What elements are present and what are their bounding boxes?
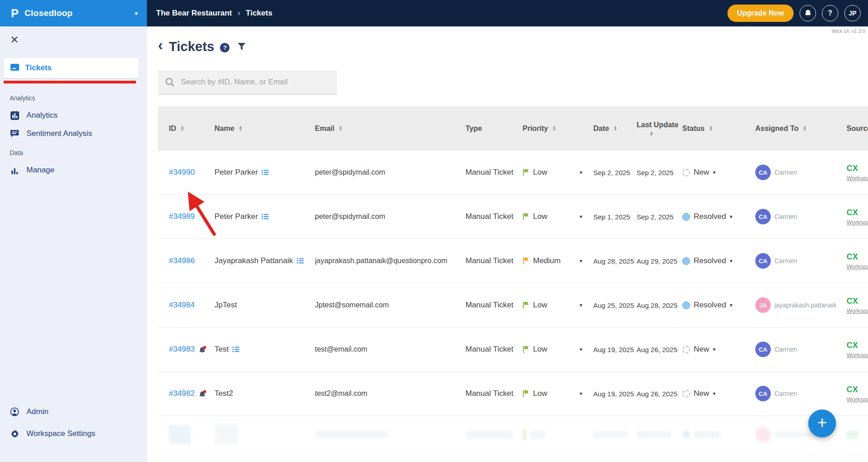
priority-dropdown-caret-icon[interactable]: ▾ <box>580 390 582 397</box>
ticket-email: Jptest@somemail.com <box>315 301 389 309</box>
breadcrumb-workspace[interactable]: The Bear Restaurant <box>156 9 232 18</box>
sidebar-item-analytics[interactable]: Analytics <box>10 111 147 120</box>
sort-arrows-icon[interactable]: ▲▼ <box>649 131 654 136</box>
column-header[interactable]: Status ▲▼ <box>682 125 755 133</box>
status-dot-icon <box>682 346 690 353</box>
notifications-button[interactable] <box>800 5 816 21</box>
status-dropdown-caret-icon[interactable]: ▾ <box>713 346 716 353</box>
sidebar-item-label: Tickets <box>25 63 52 73</box>
source-workspace-link[interactable]: Workspace <box>847 263 868 270</box>
ticket-email: peter@spidymail.com <box>315 213 385 221</box>
table-row-faded <box>158 416 868 453</box>
table-row[interactable]: #34986 Jayaprakash Pattanaik jayaprakash… <box>158 239 868 283</box>
upgrade-now-button[interactable]: Upgrade Now <box>727 5 794 22</box>
status-dot-icon <box>682 257 690 265</box>
column-header[interactable]: ID ▲▼ <box>169 125 214 133</box>
bell-icon <box>804 9 812 17</box>
ticket-id-link[interactable]: #34983 <box>169 345 195 354</box>
priority-dropdown-caret-icon[interactable]: ▾ <box>580 169 582 176</box>
ticket-last-update: Aug 29, 2025 <box>637 257 677 265</box>
details-list-icon[interactable] <box>232 346 240 353</box>
ticket-id-link[interactable]: #34986 <box>169 256 195 265</box>
priority-flag-icon <box>523 389 529 398</box>
sort-arrows-icon[interactable]: ▲▼ <box>552 126 556 131</box>
source-workspace-link[interactable]: Workspace <box>847 396 868 403</box>
sidebar-item-workspace-settings[interactable]: Workspace Settings <box>10 429 147 438</box>
column-header[interactable]: Email ▲▼ <box>315 125 465 133</box>
filter-funnel-icon[interactable] <box>237 42 246 52</box>
sidebar-item-admin[interactable]: Admin <box>10 407 147 416</box>
sidebar-item-tickets[interactable]: Tickets <box>4 58 139 78</box>
question-icon: ? <box>828 9 832 17</box>
priority-label: Low <box>533 168 547 177</box>
notification-bell-icon <box>199 390 207 398</box>
source-cx-label: CX <box>847 341 858 350</box>
source-workspace-link[interactable]: Workspace <box>847 307 868 314</box>
assignee-avatar: CA <box>755 165 771 180</box>
details-list-icon[interactable] <box>261 169 269 176</box>
column-header[interactable]: Source <box>847 125 868 133</box>
status-label: Resolved <box>694 256 726 265</box>
status-dropdown-caret-icon[interactable]: ▾ <box>730 258 732 264</box>
add-ticket-button[interactable]: + <box>808 410 836 437</box>
person-icon <box>10 407 20 416</box>
priority-flag-icon <box>523 168 529 176</box>
column-header[interactable]: Assigned To ▲▼ <box>755 125 847 133</box>
sort-arrows-icon[interactable]: ▲▼ <box>239 126 243 131</box>
help-button[interactable]: ? <box>822 5 838 21</box>
assignee-name: Carmen <box>774 346 797 353</box>
breadcrumb-tickets[interactable]: Tickets <box>246 9 272 18</box>
status-dropdown-caret-icon[interactable]: ▾ <box>730 213 732 220</box>
page-help-icon[interactable]: ? <box>220 43 230 52</box>
status-dropdown-caret-icon[interactable]: ▾ <box>713 390 716 397</box>
column-header[interactable]: Name ▲▼ <box>214 125 315 133</box>
ticket-id-link[interactable]: #34982 <box>169 389 195 398</box>
ticket-last-update: Aug 26, 2025 <box>637 390 677 398</box>
source-workspace-link[interactable]: Workspace <box>847 352 868 358</box>
priority-dropdown-caret-icon[interactable]: ▾ <box>580 258 582 264</box>
table-row[interactable]: #34983 Test test@email.com Manual Ticket… <box>158 327 868 372</box>
source-workspace-link[interactable]: Workspace <box>847 175 868 182</box>
column-header[interactable]: Date ▲▼ <box>593 125 637 133</box>
user-avatar[interactable]: JP <box>844 5 861 21</box>
status-dropdown-caret-icon[interactable]: ▾ <box>713 169 716 176</box>
table-row[interactable]: #34982 Test2 test2@mail.com Manual Ticke… <box>158 372 868 416</box>
sort-arrows-icon[interactable]: ▲▼ <box>709 126 713 131</box>
ticket-last-update: Sep 2, 2025 <box>637 213 674 221</box>
ticket-date: Sep 1, 2025 <box>593 213 630 221</box>
ticket-id-link[interactable]: #34984 <box>169 301 195 310</box>
search-box <box>158 70 337 94</box>
source-workspace-link[interactable]: Workspace <box>847 219 868 226</box>
status-dropdown-caret-icon[interactable]: ▾ <box>730 302 732 308</box>
sidebar-item-manage[interactable]: Manage <box>10 166 147 175</box>
ticket-last-update: Sep 2, 2025 <box>637 169 674 176</box>
ticket-id-link[interactable]: #34990 <box>169 168 195 177</box>
column-header[interactable]: Type <box>465 125 523 133</box>
ticket-type: Manual Ticket <box>465 301 513 310</box>
details-list-icon[interactable] <box>297 258 304 264</box>
sort-arrows-icon[interactable]: ▲▼ <box>613 126 617 131</box>
gear-icon <box>10 430 20 438</box>
details-list-icon[interactable] <box>261 213 269 220</box>
column-header[interactable]: Last Update ▲▼ <box>637 121 682 136</box>
sort-arrows-icon[interactable]: ▲▼ <box>339 126 343 131</box>
sidebar-item-sentiment-analysis[interactable]: Sentiment Analysis <box>10 129 147 138</box>
sidebar-close-icon[interactable]: ✕ <box>10 34 22 46</box>
sort-arrows-icon[interactable]: ▲▼ <box>803 126 807 131</box>
search-input[interactable] <box>158 70 337 94</box>
sort-arrows-icon[interactable]: ▲▼ <box>180 126 184 131</box>
ticket-name: Test2 <box>214 389 233 398</box>
sidebar-section-data: Data <box>10 149 147 156</box>
ticket-id-link[interactable]: #34989 <box>169 212 195 221</box>
column-header[interactable]: Priority ▲▼ <box>523 125 593 133</box>
priority-dropdown-caret-icon[interactable]: ▾ <box>580 346 582 353</box>
table-row[interactable]: #34989 Peter Parker peter@spidymail.com … <box>158 195 868 239</box>
priority-dropdown-caret-icon[interactable]: ▾ <box>580 213 582 220</box>
column-header-label: Source <box>847 125 868 133</box>
active-indicator-bar <box>4 81 136 83</box>
table-row[interactable]: #34984 JpTest Jptest@somemail.com Manual… <box>158 283 868 327</box>
chevron-down-icon[interactable]: ▾ <box>135 10 138 17</box>
table-row[interactable]: #34990 Peter Parker peter@spidymail.com … <box>158 151 868 195</box>
priority-dropdown-caret-icon[interactable]: ▾ <box>580 302 582 308</box>
brand-switcher[interactable]: P Closedloop ▾ <box>0 0 147 26</box>
